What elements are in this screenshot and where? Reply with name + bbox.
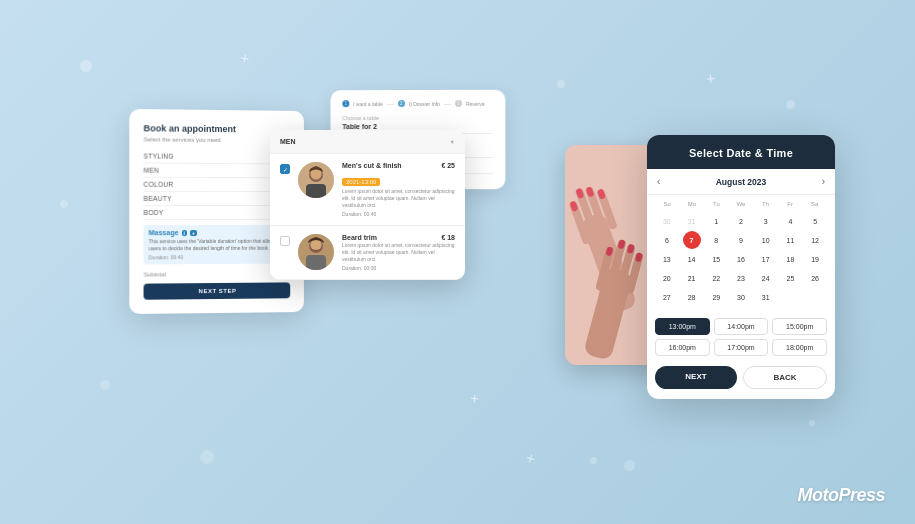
- calendar-day-0-4[interactable]: 3: [757, 212, 775, 230]
- calendar-day-4-2[interactable]: 29: [707, 288, 725, 306]
- massage-title: Massage i +: [149, 229, 286, 236]
- step-1: 1: [342, 100, 349, 107]
- calendar-day-0-0[interactable]: 30: [658, 212, 676, 230]
- calendar-day-3-0[interactable]: 20: [658, 269, 676, 287]
- calendar-day-4-4[interactable]: 31: [757, 288, 775, 306]
- calendar-day-3-3[interactable]: 23: [732, 269, 750, 287]
- calendar-day-0-1[interactable]: 31: [683, 212, 701, 230]
- calendar-day-4-0[interactable]: 27: [658, 288, 676, 306]
- massage-description: This service uses the 'Variable duration…: [149, 238, 286, 253]
- day-header-th: Th: [753, 199, 778, 209]
- calendar-nav: ‹ August 2023 ›: [647, 169, 835, 195]
- massage-add-badge[interactable]: +: [190, 230, 197, 236]
- time-badge-1: 2021-13:00: [342, 178, 380, 186]
- time-slot-0[interactable]: 13:00pm: [655, 318, 710, 335]
- calendar-day-0-2[interactable]: 1: [707, 212, 725, 230]
- calendar-day-4-5: [781, 288, 799, 306]
- time-slot-2[interactable]: 15:00pm: [772, 318, 827, 335]
- datetime-card: Select Date & Time ‹ August 2023 › Su Mo…: [647, 135, 835, 399]
- barber-avatar-1: [298, 162, 334, 198]
- barber-content-1: Men's cut & finish 2021-13:00 Lorem ipsu…: [342, 162, 455, 217]
- barber-duration-2: Duration: 00:30: [342, 265, 455, 271]
- calendar-day-2-0[interactable]: 13: [658, 250, 676, 268]
- appointment-subtitle: Select the services you need: [144, 136, 291, 143]
- massage-info-badge[interactable]: i: [182, 230, 187, 236]
- barber-duration-1: Duration: 00:40: [342, 211, 455, 217]
- svg-rect-6: [306, 255, 326, 270]
- barber-item-mens-cut[interactable]: ✓ Men's cut & finish 2021-13:00 Lorem ip…: [270, 154, 465, 226]
- calendar-day-2-2[interactable]: 15: [707, 250, 725, 268]
- calendar-day-0-3[interactable]: 2: [732, 212, 750, 230]
- calendar-day-4-1[interactable]: 28: [683, 288, 701, 306]
- restaurant-steps: 1 I want a table — 2 I) Dossier Info — 3…: [342, 100, 493, 107]
- calendar-prev-button[interactable]: ‹: [657, 176, 660, 187]
- barber-item-name-2: Beard trim: [342, 234, 455, 241]
- calendar-next-button[interactable]: ›: [822, 176, 825, 187]
- main-scene: Book an appointment Select the services …: [0, 0, 915, 524]
- step-2: 2: [398, 100, 405, 107]
- calendar-day-2-4[interactable]: 17: [757, 250, 775, 268]
- calendar-day-1-5[interactable]: 11: [781, 231, 799, 249]
- calendar-day-2-1[interactable]: 14: [683, 250, 701, 268]
- day-header-su: Su: [655, 199, 680, 209]
- calendar-day-3-6[interactable]: 26: [806, 269, 824, 287]
- table-label: Choose a table: [342, 115, 493, 121]
- day-header-fr: Fr: [778, 199, 803, 209]
- calendar-grid: Su Mo Tu We Th Fr Sa 3031123456789101112…: [647, 195, 835, 312]
- calendar-day-3-1[interactable]: 21: [683, 269, 701, 287]
- time-slot-3[interactable]: 16:00pm: [655, 339, 710, 356]
- service-colour[interactable]: COLOUR: [144, 178, 291, 192]
- step-2-label: I) Dossier Info: [409, 100, 440, 106]
- calendar-day-1-3[interactable]: 9: [732, 231, 750, 249]
- barber-price-1: € 25: [441, 162, 455, 169]
- time-slot-4[interactable]: 17:00pm: [714, 339, 769, 356]
- calendar-day-1-1[interactable]: 7: [683, 231, 701, 249]
- calendar-day-0-6[interactable]: 5: [806, 212, 824, 230]
- service-men[interactable]: MEN: [144, 164, 291, 179]
- calendar-month-year: August 2023: [716, 177, 767, 187]
- barber-header: MEN ▼: [270, 130, 465, 154]
- datetime-title: Select Date & Time: [647, 135, 835, 169]
- day-header-mo: Mo: [680, 199, 705, 209]
- service-styling[interactable]: STYLING: [144, 149, 291, 164]
- calendar-days-header: Su Mo Tu We Th Fr Sa: [655, 199, 827, 209]
- barber-desc-1: Lorem ipsum dolor sit amet, consectetur …: [342, 188, 455, 209]
- calendar-day-1-0[interactable]: 6: [658, 231, 676, 249]
- datetime-next-button[interactable]: NEXT: [655, 366, 737, 389]
- barber-content-2: Beard trim Lorem ipsum dolor sit amet, c…: [342, 234, 455, 271]
- service-body[interactable]: BODY: [144, 206, 291, 220]
- barber-item-name-1: Men's cut & finish: [342, 162, 455, 169]
- calendar-day-4-3[interactable]: 30: [732, 288, 750, 306]
- svg-point-7: [311, 240, 322, 251]
- calendar-day-2-6[interactable]: 19: [806, 250, 824, 268]
- barber-checkbox-2[interactable]: [280, 236, 290, 246]
- calendar-day-1-6[interactable]: 12: [806, 231, 824, 249]
- calendar-day-4-6: [806, 288, 824, 306]
- calendar-day-3-4[interactable]: 24: [757, 269, 775, 287]
- barber-price-2: € 18: [441, 234, 455, 241]
- subtotal-label: Subtotal: [144, 271, 166, 277]
- barber-checkbox-1[interactable]: ✓: [280, 164, 290, 174]
- calendar-day-2-3[interactable]: 16: [732, 250, 750, 268]
- step-3-label: Reserve: [466, 100, 485, 106]
- calendar-day-1-2[interactable]: 8: [707, 231, 725, 249]
- barber-avatar-2: [298, 234, 334, 270]
- step-1-label: I want a table: [353, 101, 383, 107]
- next-step-button[interactable]: NEXT STEP: [144, 282, 291, 299]
- calendar-day-2-5[interactable]: 18: [781, 250, 799, 268]
- time-slot-5[interactable]: 18:00pm: [772, 339, 827, 356]
- calendar-day-0-5[interactable]: 4: [781, 212, 799, 230]
- calendar-day-3-2[interactable]: 22: [707, 269, 725, 287]
- barber-item-beard-trim[interactable]: Beard trim Lorem ipsum dolor sit amet, c…: [270, 226, 465, 280]
- subtotal-row: Subtotal: [144, 270, 291, 277]
- calendar-day-1-4[interactable]: 10: [757, 231, 775, 249]
- datetime-back-button[interactable]: BACK: [743, 366, 827, 389]
- calendar-day-3-5[interactable]: 25: [781, 269, 799, 287]
- massage-service-box: Massage i + This service uses the 'Varia…: [144, 225, 291, 265]
- step-3: 3: [455, 100, 462, 107]
- calendar-days: 3031123456789101112131415161718192021222…: [655, 212, 827, 306]
- time-slot-1[interactable]: 14:00pm: [714, 318, 769, 335]
- day-header-we: We: [729, 199, 754, 209]
- time-slots: 13:00pm14:00pm15:00pm16:00pm17:00pm18:00…: [647, 312, 835, 360]
- service-beauty[interactable]: BEAUTY: [144, 192, 291, 206]
